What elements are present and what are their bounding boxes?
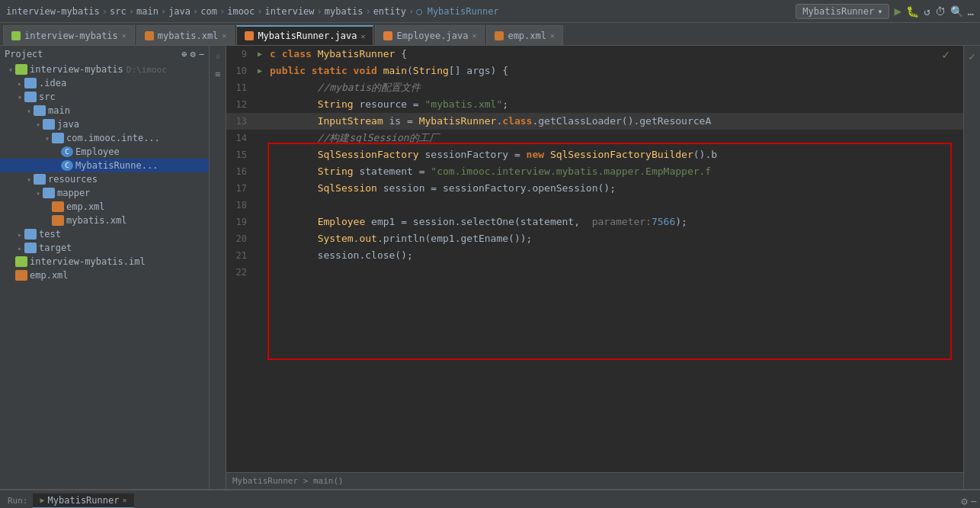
tree-item-resources[interactable]: ▾ resources — [0, 172, 209, 186]
tree-item-mapper[interactable]: ▾ mapper — [0, 186, 209, 200]
tree-item-iml[interactable]: interview-mybatis.iml — [0, 255, 209, 268]
code-line-9: 9 ▶ c class MybatisRunner { — [226, 46, 963, 63]
code-line-20: 20 System.out.println(emp1.getEname()); — [226, 230, 963, 247]
run-tab-close[interactable]: ✕ — [122, 496, 127, 504]
project-icon — [11, 31, 21, 40]
folder-icon — [24, 78, 37, 88]
code-line-19: 19 Employee emp1 = session.selectOne(sta… — [226, 214, 963, 230]
code-line-18: 18 — [226, 197, 963, 214]
sidebar-sync-icon[interactable]: ⊕ — [181, 49, 187, 59]
tab-emp-xml[interactable]: emp.xml ✕ — [486, 25, 563, 45]
tree-item-mybatis-xml[interactable]: mybatis.xml — [0, 214, 209, 227]
editor-tabs: interview-mybatis ✕ mybatis.xml ✕ Mybati… — [0, 23, 980, 46]
debug-icon[interactable]: 🐛 — [906, 5, 919, 18]
breadcrumb-item[interactable]: main — [136, 6, 159, 17]
breadcrumb-item[interactable]: imooc — [227, 6, 255, 17]
code-line-17: 17 SqlSession session = sessionFactory.o… — [226, 180, 963, 197]
tree-item-emp-xml[interactable]: emp.xml — [0, 200, 209, 214]
code-line-11: 11 //mybatis的配置文件 — [226, 79, 963, 96]
tab-label: MybatisRunner.java — [258, 31, 357, 41]
tree-item-test[interactable]: ▸ test — [0, 227, 209, 241]
toolbar-icons: MybatisRunner ▾ ▶ 🐛 ↺ ⏱ 🔍 … — [796, 4, 974, 19]
code-editor[interactable]: ✓ 9 ▶ c class MybatisRunner { 10 ▶ publi… — [226, 46, 963, 472]
bookmark-icon[interactable]: ☆ — [211, 49, 225, 63]
bottom-panel: Run: ▶ MybatisRunner ✕ ⚙ − ▶ ⬛ ⏸ ⤓ ⤵ D:\… — [0, 489, 980, 508]
breadcrumb-item[interactable]: mybatis — [325, 6, 363, 17]
folder-icon — [24, 92, 37, 102]
breadcrumb-item[interactable]: src — [110, 6, 127, 17]
runner-label: MybatisRunner — [802, 6, 874, 17]
tree-item-java[interactable]: ▾ java — [0, 117, 209, 131]
tab-mybatis-xml[interactable]: mybatis.xml ✕ — [136, 25, 235, 45]
tab-close-icon[interactable]: ✕ — [360, 32, 365, 40]
breadcrumb-item[interactable]: java — [168, 6, 191, 17]
xml-icon — [15, 270, 27, 281]
bottom-tabs-bar: Run: ▶ MybatisRunner ✕ ⚙ − — [0, 490, 980, 508]
tree-item-target[interactable]: ▸ target — [0, 241, 209, 255]
tab-label: interview-mybatis — [24, 31, 118, 41]
tree-item-mybatisrunner[interactable]: C MybatisRunne... — [0, 159, 209, 172]
file-icon — [15, 256, 27, 267]
breadcrumb-current: ◯ MybatisRunner — [416, 6, 498, 17]
breadcrumb-bar: interview-mybatis › src › main › java › … — [0, 0, 980, 23]
run-arrow[interactable]: ▶ — [253, 63, 267, 79]
runner-dropdown-icon[interactable]: ▾ — [877, 6, 882, 17]
main-layout: Project ⊕ ⚙ − ▾ interview-mybatis D:\imo… — [0, 46, 980, 489]
code-line-14: 14 //构建sqlSession的工厂 — [226, 130, 963, 146]
class-icon: C — [61, 160, 73, 171]
expand-icon: ▸ — [15, 230, 24, 239]
structure-icon[interactable]: ≡ — [211, 67, 225, 81]
tab-interview-mybatis[interactable]: interview-mybatis ✕ — [3, 25, 135, 45]
folder-icon — [43, 119, 55, 130]
xml-icon — [145, 31, 154, 40]
code-line-13: 13 InputStream is = MybatisRunner.class.… — [226, 113, 963, 130]
code-lines: 9 ▶ c class MybatisRunner { 10 ▶ public … — [226, 46, 963, 281]
run-label: Run: — [3, 496, 33, 506]
run-icon[interactable]: ▶ — [894, 4, 902, 18]
bottom-controls: ⚙ − — [961, 495, 977, 507]
run-arrow[interactable]: ▶ — [253, 46, 267, 63]
java-icon — [245, 31, 254, 40]
tab-close-icon[interactable]: ✕ — [472, 31, 476, 40]
xml-icon — [52, 215, 64, 226]
tree-item-src[interactable]: ▾ src — [0, 90, 209, 104]
profiler-icon[interactable]: ⏱ — [935, 5, 946, 18]
tab-label: emp.xml — [508, 31, 546, 41]
breadcrumb-item[interactable]: com — [200, 6, 217, 17]
tree-item-package[interactable]: ▾ com.imooc.inte... — [0, 131, 209, 145]
minimize-icon[interactable]: − — [971, 495, 977, 507]
expand-icon: ▾ — [15, 93, 24, 101]
runner-selector[interactable]: MybatisRunner ▾ — [796, 4, 889, 19]
settings-icon[interactable]: ⚙ — [961, 495, 967, 507]
tab-employee-java[interactable]: Employee.java ✕ — [375, 25, 485, 45]
coverage-icon[interactable]: ↺ — [924, 5, 930, 18]
sidebar-header: Project ⊕ ⚙ − — [0, 46, 209, 63]
code-line-10: 10 ▶ public static void main(String[] ar… — [226, 63, 963, 79]
tab-close-icon[interactable]: ✕ — [550, 31, 555, 40]
tab-close-icon[interactable]: ✕ — [122, 31, 127, 40]
code-line-21: 21 session.close(); — [226, 247, 963, 264]
tree-item-emp-xml-root[interactable]: emp.xml — [0, 268, 209, 282]
xml-icon — [52, 201, 64, 212]
tab-run-mybatisrunner[interactable]: ▶ MybatisRunner ✕ — [33, 494, 135, 509]
expand-icon: ▸ — [15, 79, 24, 88]
breadcrumb-item[interactable]: entity — [373, 6, 406, 17]
sidebar-collapse-icon[interactable]: − — [199, 49, 204, 59]
project-icon — [15, 64, 27, 75]
search-icon[interactable]: 🔍 — [950, 5, 963, 18]
java-icon — [383, 31, 392, 40]
tab-close-icon[interactable]: ✕ — [222, 31, 226, 40]
tree-item-project[interactable]: ▾ interview-mybatis D:\imooc — [0, 63, 209, 76]
tree-item-employee[interactable]: C Employee — [0, 145, 209, 159]
run-tab-label: MybatisRunner — [48, 495, 120, 506]
folder-icon — [34, 174, 46, 185]
breadcrumb-item[interactable]: interview — [265, 6, 315, 17]
tree-item-idea[interactable]: ▸ .idea — [0, 76, 209, 90]
more-icon[interactable]: … — [968, 5, 974, 18]
tab-mybatisrunner-java[interactable]: MybatisRunner.java ✕ — [236, 25, 373, 45]
expand-icon: ▾ — [43, 134, 52, 143]
tree-item-main[interactable]: ▾ main — [0, 104, 209, 117]
code-line-12: 12 String resource = "mybatis.xml"; — [226, 96, 963, 113]
breadcrumb-item[interactable]: interview-mybatis — [6, 6, 100, 17]
sidebar-settings-icon[interactable]: ⚙ — [191, 49, 196, 59]
